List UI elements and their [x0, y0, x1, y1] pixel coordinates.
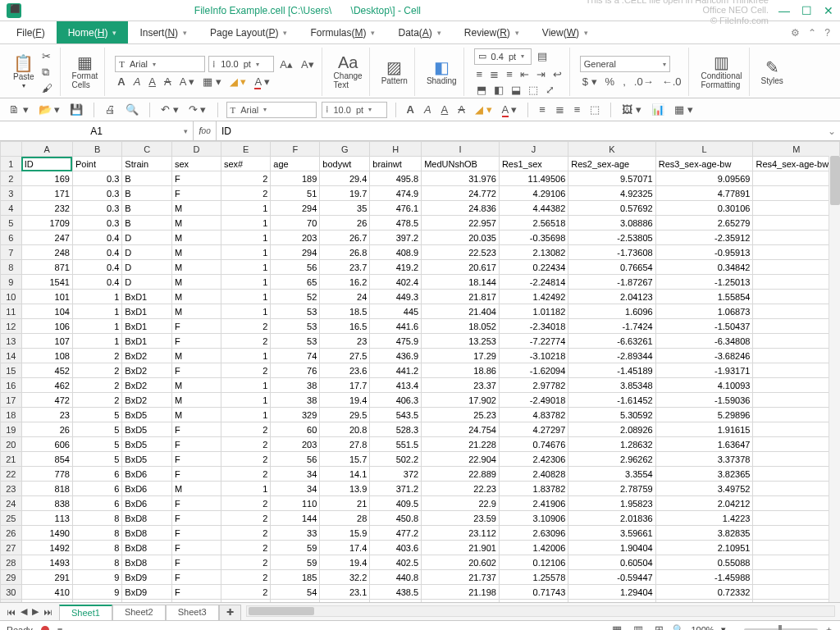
cell[interactable]: F — [171, 467, 221, 482]
header-cell[interactable]: Res2_sex-age — [568, 157, 655, 171]
cell[interactable]: 2 — [72, 393, 121, 408]
cell[interactable]: 76 — [271, 363, 320, 378]
cell[interactable]: -0 — [753, 600, 840, 603]
cell[interactable]: M — [171, 393, 221, 408]
minimize-button[interactable]: — — [778, 4, 790, 17]
cell[interactable]: -7 — [753, 334, 840, 349]
border-weight-select[interactable]: ▭ 0.4 pt▾ — [474, 48, 532, 65]
cell[interactable]: 2 — [221, 585, 270, 600]
cell[interactable]: 0.3 — [72, 201, 121, 216]
cell[interactable]: 2 — [221, 496, 270, 511]
cell[interactable]: BxD8 — [122, 526, 172, 541]
stop-macro-icon[interactable]: ■ — [57, 625, 63, 631]
col-header[interactable]: A — [21, 142, 72, 157]
cell[interactable]: 0.55088 — [655, 555, 753, 570]
cell[interactable]: 0.3 — [72, 186, 121, 201]
cell[interactable]: 22.904 — [422, 452, 500, 467]
help-icon[interactable]: ? — [824, 27, 830, 39]
row-header[interactable]: 23 — [1, 482, 22, 496]
valign-top-icon[interactable]: ⬒ — [474, 84, 489, 96]
cell[interactable]: -1.62094 — [499, 363, 568, 378]
cell[interactable]: 0.3 — [72, 171, 121, 186]
col-header[interactable]: B — [72, 142, 121, 157]
cell[interactable]: M — [171, 260, 221, 275]
cell[interactable]: 20.035 — [422, 231, 500, 245]
row-header[interactable]: 10 — [1, 290, 22, 304]
cell[interactable]: 3.85348 — [568, 378, 655, 393]
horizontal-scrollbar[interactable] — [246, 605, 835, 618]
cell[interactable]: 101 — [21, 290, 72, 304]
cell[interactable]: 1 — [221, 290, 270, 304]
cell[interactable]: 29.4 — [320, 171, 370, 186]
cell[interactable]: 5 — [753, 467, 840, 482]
header-cell[interactable]: Strain — [122, 157, 172, 171]
cell[interactable]: 871 — [21, 260, 72, 275]
cell[interactable]: -1.45189 — [568, 363, 655, 378]
cell[interactable]: 17.4 — [320, 541, 370, 555]
cell[interactable]: 18.5 — [320, 304, 370, 319]
cell[interactable]: 440.8 — [370, 570, 422, 585]
cell[interactable]: 24.772 — [422, 186, 500, 201]
cell[interactable]: D — [122, 260, 172, 275]
percent-icon[interactable]: % — [603, 75, 618, 88]
border-button[interactable]: ▦ ▾ — [200, 75, 224, 88]
cell[interactable]: 35 — [320, 201, 370, 216]
header-cell[interactable]: bodywt — [320, 157, 370, 171]
cell[interactable]: 0.00575 — [499, 600, 568, 603]
row-header[interactable]: 12 — [1, 319, 22, 334]
cell[interactable]: 29.5 — [320, 408, 370, 422]
cell[interactable]: 420 — [21, 600, 72, 603]
cell[interactable]: 2 — [221, 511, 270, 526]
cell[interactable]: 2.08926 — [568, 422, 655, 437]
cell[interactable]: 1 — [221, 231, 270, 245]
cell[interactable]: 2 — [221, 541, 270, 555]
cell[interactable]: 24.836 — [422, 201, 500, 216]
cell[interactable]: -7.22774 — [499, 334, 568, 349]
currency-icon[interactable]: $ ▾ — [580, 75, 600, 88]
grow-font-icon[interactable]: A▴ — [277, 58, 295, 71]
cell[interactable]: 1492 — [21, 541, 72, 555]
cell[interactable]: 441.2 — [370, 363, 422, 378]
cell[interactable]: 478.5 — [370, 216, 422, 231]
row-header[interactable]: 16 — [1, 378, 22, 393]
cell[interactable]: 2 — [221, 452, 270, 467]
cell[interactable]: BxD9 — [122, 600, 172, 603]
cell[interactable]: -1 — [753, 422, 840, 437]
cell[interactable]: 2 — [221, 467, 270, 482]
cell[interactable]: -1 — [753, 231, 840, 245]
col-header[interactable]: J — [499, 142, 568, 157]
cell[interactable]: 21.404 — [422, 304, 500, 319]
cell[interactable]: -2.24814 — [499, 275, 568, 290]
cell[interactable]: 606 — [21, 437, 72, 452]
cell[interactable]: 38 — [271, 378, 320, 393]
cell[interactable]: -0 — [753, 245, 840, 260]
cell[interactable] — [753, 171, 840, 186]
cell[interactable]: 1.01182 — [499, 304, 568, 319]
qa-font-color[interactable]: A ▾ — [500, 103, 520, 116]
cell[interactable]: 1.28632 — [568, 437, 655, 452]
cell[interactable]: 477.2 — [370, 526, 422, 541]
cell[interactable]: 0.71743 — [499, 585, 568, 600]
cell[interactable]: M — [171, 245, 221, 260]
cell[interactable]: 475.9 — [370, 334, 422, 349]
paste-button[interactable]: 📋Paste▾ — [11, 55, 36, 89]
cell[interactable]: 441.6 — [370, 319, 422, 334]
redo-icon[interactable]: ↷ ▾ — [186, 103, 209, 116]
row-header[interactable]: 26 — [1, 526, 22, 541]
cell[interactable]: BxD6 — [122, 496, 172, 511]
row-header[interactable]: 24 — [1, 496, 22, 511]
cell[interactable]: 2.40828 — [499, 467, 568, 482]
cell[interactable]: 0 — [753, 290, 840, 304]
cell[interactable]: 26 — [320, 216, 370, 231]
menu-view[interactable]: View(W)▾ — [531, 21, 600, 43]
cell[interactable]: 413.4 — [370, 378, 422, 393]
border-style-icon[interactable]: ▤ — [535, 50, 550, 62]
cell[interactable]: 2.10951 — [655, 541, 753, 555]
cell[interactable]: 1 — [221, 216, 270, 231]
cell[interactable]: 20.398 — [422, 600, 500, 603]
sheet-tab[interactable]: Sheet3 — [166, 605, 219, 620]
cell[interactable]: 25.23 — [422, 408, 500, 422]
cell[interactable]: -1.45988 — [655, 570, 753, 585]
cell[interactable]: 13.9 — [320, 482, 370, 496]
cell[interactable]: 5 — [72, 422, 121, 437]
